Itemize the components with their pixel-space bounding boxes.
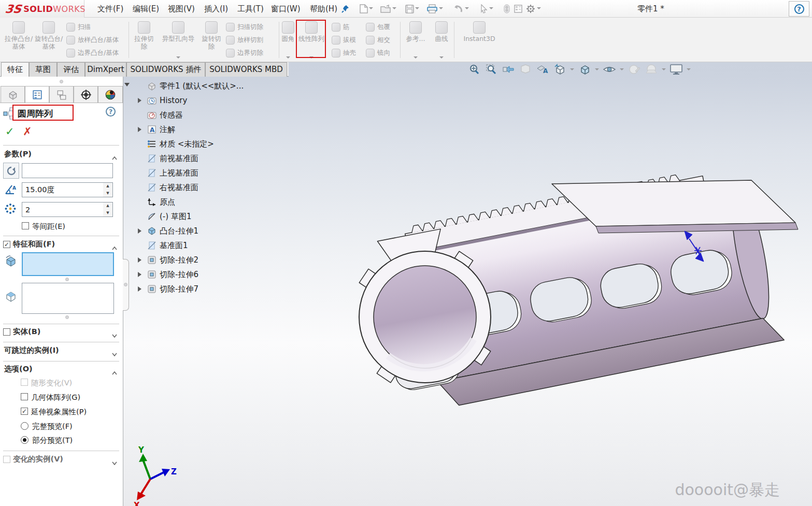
instance-count-input[interactable] [22,202,104,217]
rebuild-icon[interactable] [501,3,513,15]
curves-dropdown[interactable] [439,56,444,59]
propagate-visual-properties-checkbox[interactable] [21,408,28,415]
tree-item-sketch1[interactable]: (-) 草图1 [131,209,281,224]
tree-item-origin[interactable]: 原点 [131,195,281,209]
menu-window[interactable]: 窗口(W) [264,0,307,18]
features-faces-checkbox[interactable] [3,241,10,248]
tree-item-front-plane[interactable]: 前视基准面 [131,151,281,166]
tree-item-annotations[interactable]: A 注解 [131,122,281,137]
extruded-cut-button[interactable]: 拉伸切除 [132,20,156,60]
view-annotations-icon[interactable]: A [536,63,549,76]
new-document-dropdown[interactable] [369,7,373,9]
open-document-dropdown[interactable] [392,7,396,9]
rib-button[interactable]: 筋 [332,21,356,34]
geometry-pattern-checkbox[interactable] [21,393,28,400]
panel-splitter-handle[interactable] [60,80,63,83]
tree-collapse-arrow[interactable] [124,83,130,86]
expand-caret-icon[interactable] [111,457,118,467]
settings-gear-icon[interactable] [524,3,537,15]
help-button[interactable]: ? [789,1,809,17]
instant3d-button[interactable]: Instant3D [457,20,502,60]
expand-caret-icon[interactable] [111,349,118,358]
ok-button[interactable]: ✓ [5,125,15,138]
pm-tab-feature-manager[interactable] [1,86,25,103]
partial-preview-radio[interactable] [21,436,29,444]
edit-appearance-icon[interactable] [628,63,641,76]
tab-evaluate[interactable]: 评估 [57,62,85,77]
expand-arrow-icon[interactable] [138,272,141,277]
bodies-checkbox[interactable] [3,328,10,336]
view-orientation-dropdown[interactable] [570,68,574,70]
apply-scene-icon[interactable] [645,63,658,76]
display-style-dropdown[interactable] [595,68,599,70]
expand-arrow-icon[interactable] [138,286,141,292]
hide-show-items-icon[interactable] [603,63,616,76]
pin-icon[interactable] [339,3,352,15]
menu-help[interactable]: 帮助(H) [303,0,344,18]
reference-geometry-dropdown[interactable] [414,56,418,59]
section-features-faces[interactable]: 特征和面(F) [0,239,123,252]
hole-wizard-dropdown[interactable] [176,56,180,59]
save-icon[interactable] [403,3,416,15]
shell-button[interactable]: 抽壳 [332,47,356,60]
pattern-axis-input[interactable] [22,163,113,178]
tree-item-top-plane[interactable]: 上视基准面 [131,166,281,180]
menu-insert[interactable]: 插入(I) [197,0,235,18]
open-document-icon[interactable] [379,3,392,15]
section-view-icon[interactable] [519,63,532,76]
tree-item-cut-extrude6[interactable]: 切除-拉伸6 [131,267,281,282]
selection-box-resize-handle[interactable] [65,278,69,281]
linear-pattern-dropdown[interactable] [309,56,314,59]
settings-dropdown[interactable] [537,7,541,9]
view-orientation-icon[interactable] [553,63,566,76]
pm-tab-display-manager[interactable] [98,86,123,103]
expand-arrow-icon[interactable] [138,257,141,263]
draft-button[interactable]: 拔模 [332,34,356,47]
save-dropdown[interactable] [415,7,419,9]
apply-scene-dropdown[interactable] [662,68,666,70]
tab-mbd[interactable]: SOLIDWORKS MBD [205,62,287,77]
expand-arrow-icon[interactable] [138,127,141,132]
tree-item-plane1[interactable]: 基准面1 [131,238,281,253]
loft-boss-button[interactable]: 放样凸台/基体 [66,34,119,47]
select-dropdown[interactable] [489,7,493,9]
swept-cut-button[interactable]: 扫描切除 [226,21,263,34]
cancel-button[interactable]: ✗ [23,125,32,138]
zoom-area-icon[interactable] [485,63,498,76]
full-preview-radio[interactable] [21,422,29,430]
fillet-button[interactable]: 圆角 [280,20,296,60]
print-dropdown[interactable] [439,7,443,9]
faces-selection-box[interactable] [22,283,114,314]
tree-item-cut-extrude2[interactable]: 切除-拉伸2 [131,253,281,267]
reference-geometry-button[interactable]: 参考... [402,20,429,60]
section-instances-to-skip[interactable]: 可跳过的实例(I) [0,345,123,358]
print-icon[interactable] [426,3,438,15]
previous-view-icon[interactable] [502,63,515,76]
tree-item-right-plane[interactable]: 右视基准面 [131,180,281,195]
new-document-icon[interactable] [358,3,370,15]
tree-item-history[interactable]: History [131,93,281,108]
boundary-cut-button[interactable]: 边界切除 [226,47,263,60]
view-settings-dropdown[interactable] [687,68,691,70]
mirror-button[interactable]: 镜向 [366,47,390,60]
menu-edit[interactable]: 编辑(E) [126,0,166,18]
panel-side-handle[interactable] [123,259,129,311]
handguard-model[interactable] [343,161,798,421]
tab-addins[interactable]: SOLIDWORKS 插件 [126,62,205,77]
tree-item-boss-extrude1[interactable]: 凸台-拉伸1 [131,224,281,238]
collapse-caret-icon[interactable] [111,242,118,252]
tab-sketch[interactable]: 草图 [29,62,57,77]
pm-tab-dimxpert[interactable] [74,86,98,103]
pm-help-icon[interactable]: ? [106,107,116,117]
collapse-caret-icon[interactable] [111,152,118,162]
wrap-button[interactable]: 包覆 [366,21,390,34]
curves-button[interactable]: 曲线 [431,20,452,60]
boundary-boss-button[interactable]: 边界凸台/基体 [66,47,119,60]
collapse-caret-icon[interactable] [111,367,118,377]
hole-wizard-button[interactable]: 异型孔向导 [159,20,198,60]
view-settings-icon[interactable] [669,63,683,76]
section-parameters[interactable]: 参数(P) [0,149,123,162]
display-options-icon[interactable] [512,3,524,15]
pm-tab-property-manager[interactable] [25,86,49,103]
angle-spinner[interactable]: ▲▼ [103,182,113,197]
